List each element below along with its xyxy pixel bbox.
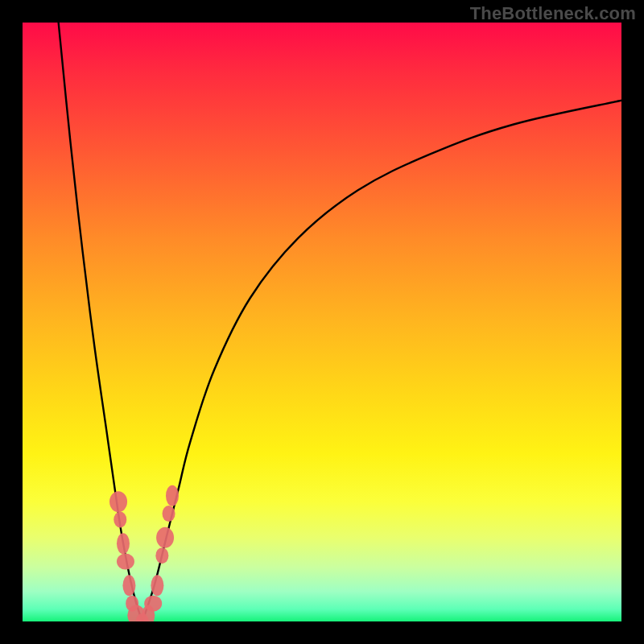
dot bbox=[117, 554, 134, 570]
curves-layer bbox=[23, 23, 621, 621]
left-curve bbox=[59, 23, 142, 621]
dot bbox=[144, 596, 162, 612]
dot bbox=[163, 506, 175, 522]
watermark-text: TheBottleneck.com bbox=[470, 3, 636, 24]
highlight-dots bbox=[109, 485, 179, 621]
dot bbox=[122, 575, 135, 596]
dot bbox=[156, 527, 174, 548]
dot bbox=[166, 485, 179, 506]
dot bbox=[151, 575, 163, 596]
dot bbox=[155, 547, 168, 564]
dot bbox=[114, 512, 126, 528]
dot bbox=[109, 491, 127, 512]
right-curve bbox=[142, 101, 621, 621]
dot bbox=[117, 533, 130, 554]
plot-area bbox=[23, 23, 621, 621]
chart-frame: TheBottleneck.com bbox=[0, 0, 644, 644]
